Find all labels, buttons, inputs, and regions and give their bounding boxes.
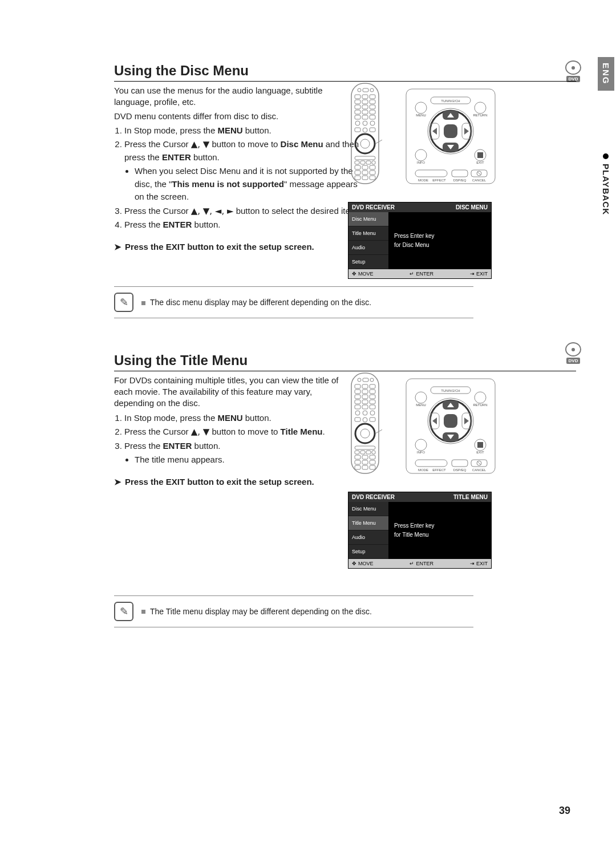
svg-rect-30 (366, 161, 371, 164)
svg-rect-80 (362, 384, 368, 388)
cursor-icons: ▲, ▼, ◄, ► (191, 206, 234, 216)
svg-text:MENU: MENU (416, 403, 426, 407)
remote-control-icon (348, 372, 382, 475)
osd-exit-hint: ⇥ EXIT (470, 271, 488, 277)
svg-point-47 (475, 102, 486, 114)
svg-text:EXIT: EXIT (476, 161, 484, 164)
step-item: In Stop mode, press the MENU button. (124, 412, 364, 425)
svg-rect-12 (370, 105, 375, 109)
svg-rect-84 (370, 390, 375, 394)
step-text: Press the (124, 220, 163, 229)
chapter-label: PLAYBACK (601, 153, 611, 215)
sub-list: The title menu appears. (135, 453, 364, 467)
svg-rect-88 (355, 400, 360, 404)
osd-item: Setup (348, 545, 388, 559)
step-list: In Stop mode, press the MENU button. Pre… (114, 124, 364, 232)
svg-rect-52 (477, 152, 483, 158)
svg-text:RETURN: RETURN (473, 403, 488, 407)
step-item: Press the Cursor ▲, ▼ button to move to … (124, 138, 364, 204)
svg-line-73 (477, 172, 481, 175)
step-bold: ENTER (163, 220, 192, 229)
svg-rect-2 (363, 88, 368, 92)
svg-rect-32 (355, 165, 360, 169)
svg-rect-8 (362, 100, 368, 104)
svg-rect-7 (355, 100, 360, 104)
svg-rect-105 (366, 451, 371, 454)
svg-text:EFFECT: EFFECT (432, 179, 446, 182)
svg-rect-28 (355, 161, 359, 164)
sub-bold: This menu is not supported (172, 179, 284, 189)
pointer-arrow-icon: ➤ (114, 242, 121, 252)
sub-list: When you select Disc Menu and it is not … (135, 165, 364, 204)
step-item: Press the ENTER button. (124, 218, 364, 232)
osd-enter-hint: ↵ ENTER (410, 271, 433, 277)
svg-rect-37 (370, 171, 375, 175)
svg-text:TUNING/CH: TUNING/CH (441, 99, 460, 103)
cursor-icons: ▲, ▼ (191, 139, 210, 149)
step-text: button. (192, 220, 220, 229)
sub-item: The title menu appears. (135, 453, 364, 467)
sub-item: When you select Disc Menu and it is not … (135, 165, 364, 204)
step-bold: ENTER (163, 441, 192, 451)
svg-rect-110 (355, 460, 360, 464)
step-text: button. (243, 413, 271, 423)
svg-rect-15 (370, 110, 375, 114)
note-icon: ✎ (114, 293, 133, 312)
osd-item: Audio (348, 241, 388, 255)
osd-message: Press Enter key (394, 232, 491, 241)
osd-item: Setup (348, 255, 388, 269)
svg-rect-9 (370, 100, 375, 104)
osd-header-right: DISC MENU (456, 204, 488, 210)
svg-rect-6 (370, 95, 375, 99)
osd-side-menu: Disc Menu Title Menu Audio Setup (348, 502, 388, 559)
osd-body: Disc Menu Title Menu Audio Setup Press E… (348, 502, 491, 559)
svg-text:RETURN: RETURN (473, 114, 488, 117)
osd-side-menu: Disc Menu Title Menu Audio Setup (348, 212, 388, 269)
svg-rect-106 (372, 451, 375, 454)
page-number: 39 (559, 805, 570, 817)
osd-header-left: DVD RECEIVER (352, 494, 395, 500)
svg-rect-127 (477, 442, 483, 448)
svg-rect-10 (355, 105, 360, 109)
osd-main: Press Enter key for Title Menu (388, 502, 491, 559)
svg-rect-115 (370, 465, 375, 469)
svg-text:MENU: MENU (416, 114, 426, 117)
svg-point-78 (370, 378, 374, 382)
osd-item: Disc Menu (348, 212, 388, 226)
svg-point-1 (358, 88, 361, 92)
step-bold: MENU (217, 413, 242, 423)
svg-rect-83 (362, 390, 368, 394)
svg-rect-22 (355, 128, 360, 132)
svg-rect-29 (360, 161, 365, 164)
intro-text: DVD menu contents differ from disc to di… (114, 111, 342, 122)
svg-rect-85 (355, 395, 360, 399)
osd-message: for Title Menu (394, 530, 491, 540)
osd-item: Disc Menu (348, 502, 388, 516)
svg-point-100 (355, 424, 375, 443)
section-title-menu: Using the Title Menu For DVDs containing… (114, 352, 576, 627)
step-bold: MENU (217, 125, 242, 135)
step-bold: Disc Menu (281, 139, 323, 149)
remote-illustration: TUNING/CH MENU RETURN INFO EXIT ENTER MO… (348, 372, 491, 486)
svg-rect-102 (355, 446, 375, 449)
svg-rect-107 (355, 455, 360, 459)
osd-header-left: DVD RECEIVER (352, 204, 395, 210)
pointer-arrow-icon: ➤ (114, 477, 121, 487)
intro-text: You can use the menus for the audio lang… (114, 85, 342, 108)
svg-text:CANCEL: CANCEL (472, 179, 487, 182)
step-text: button to select the desired item. (233, 206, 359, 216)
step-text: button. (191, 152, 220, 162)
note-row: ✎ The disc menu display may be different… (114, 286, 473, 318)
note-text: The Title menu display may be different … (141, 607, 372, 616)
svg-point-3 (370, 88, 374, 92)
svg-rect-82 (355, 390, 360, 394)
osd-header: DVD RECEIVER TITLE MENU (348, 492, 491, 502)
osd-body: Disc Menu Title Menu Audio Setup Press E… (348, 212, 491, 269)
svg-rect-36 (362, 171, 368, 175)
svg-rect-104 (360, 451, 365, 454)
svg-point-76 (358, 378, 361, 382)
svg-point-96 (370, 411, 375, 415)
svg-rect-81 (370, 384, 375, 388)
step-text: In Stop mode, press the (124, 125, 217, 135)
svg-rect-109 (370, 455, 375, 459)
